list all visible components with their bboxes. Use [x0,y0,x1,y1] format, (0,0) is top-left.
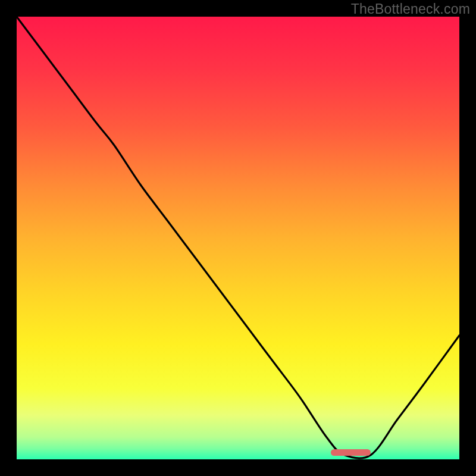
plot-area [17,17,459,459]
outer-frame: TheBottleneck.com [0,0,476,476]
svg-rect-0 [17,17,459,459]
gradient-background [17,17,459,459]
optimal-marker [331,449,371,456]
watermark-text: TheBottleneck.com [351,1,470,17]
